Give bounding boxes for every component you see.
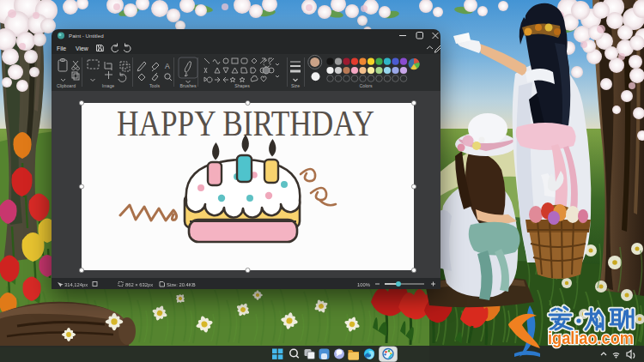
svg-text:Clipboard: Clipboard	[57, 83, 76, 88]
svg-text:Paint - Untitled: Paint - Untitled	[69, 33, 104, 39]
svg-text:Size: 20.4KB: Size: 20.4KB	[167, 282, 196, 287]
svg-text:A: A	[165, 62, 170, 70]
svg-text:Colors: Colors	[360, 83, 373, 88]
svg-text:100%: 100%	[357, 282, 370, 287]
svg-text:File: File	[57, 45, 66, 51]
svg-text:Brushes: Brushes	[179, 83, 196, 88]
svg-text:igaliao.com: igaliao.com	[548, 329, 634, 347]
svg-text:862 × 632px: 862 × 632px	[125, 282, 153, 287]
svg-text:View: View	[76, 45, 88, 51]
svg-text:Image: Image	[102, 83, 115, 88]
svg-text:Shapes: Shapes	[234, 83, 250, 88]
svg-text:Size: Size	[291, 83, 300, 88]
svg-text:314,124px: 314,124px	[64, 282, 88, 287]
svg-text:Tools: Tools	[149, 83, 161, 88]
